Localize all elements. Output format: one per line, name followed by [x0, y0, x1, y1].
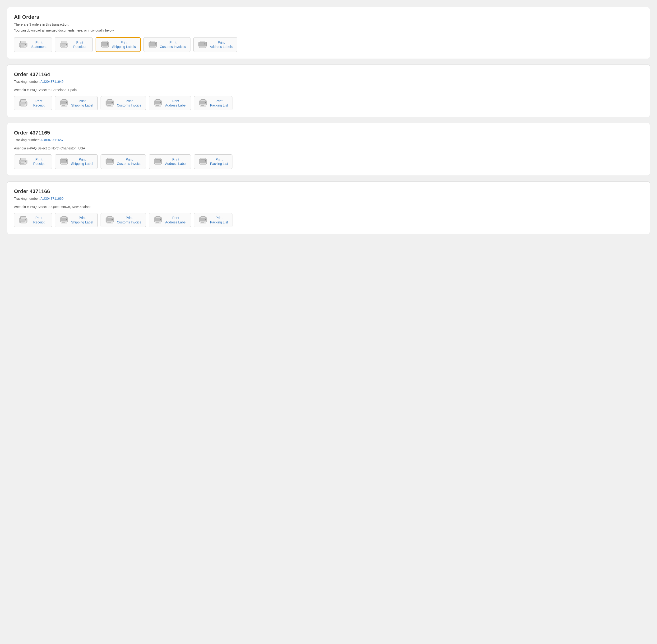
print-receipt-1-button[interactable]: PrintReceipt: [14, 96, 52, 110]
print-shipping-label-1-button[interactable]: PrintShipping Label: [55, 96, 98, 110]
printer-icon: [198, 40, 207, 49]
print-shipping-label-3-label: PrintShipping Label: [71, 215, 93, 224]
print-shipping-label-2-button[interactable]: PrintShipping Label: [55, 155, 98, 169]
orders-list: Order 4371164Tracking number: AU20437116…: [7, 65, 650, 234]
svg-rect-8: [61, 45, 67, 48]
svg-rect-109: [155, 221, 161, 223]
svg-rect-9: [66, 44, 67, 45]
all-orders-section: All Orders There are 3 orders in this tr…: [7, 7, 650, 59]
print-customs-invoice-1-button[interactable]: PrintCustoms Invoice: [100, 96, 146, 110]
print-address-labels-button[interactable]: PrintAddress Labels: [193, 37, 237, 52]
printer-icon: [59, 157, 69, 166]
print-packing-list-3-label: PrintPacking List: [210, 215, 228, 224]
all-orders-desc2: You can download all merged documents he…: [14, 28, 643, 33]
svg-point-27: [205, 43, 206, 45]
print-shipping-label-3-button[interactable]: PrintShipping Label: [55, 213, 98, 227]
svg-rect-31: [20, 100, 26, 102]
printer-icon: [105, 215, 115, 225]
print-customs-invoice-3-button[interactable]: PrintCustoms Invoice: [100, 213, 146, 227]
print-address-labels-label: PrintAddress Labels: [210, 40, 233, 49]
svg-rect-80: [156, 158, 160, 160]
svg-point-75: [112, 160, 113, 162]
print-address-label-1-label: PrintAddress Label: [165, 99, 186, 108]
svg-point-99: [66, 219, 67, 220]
order-4371166-tracking-number[interactable]: AU3043711660: [41, 197, 64, 201]
svg-rect-25: [200, 46, 206, 48]
print-packing-list-1-button[interactable]: PrintPacking List: [194, 96, 232, 110]
order-4371164-tracking-number[interactable]: AU2043711649: [41, 80, 64, 84]
printer-icon: [198, 215, 208, 225]
printer-icon: [198, 99, 208, 108]
print-customs-invoices-label: PrintCustoms Invoices: [160, 40, 186, 49]
svg-rect-19: [149, 46, 156, 48]
print-receipt-3-label: PrintReceipt: [30, 215, 47, 224]
print-receipt-3-button[interactable]: PrintReceipt: [14, 213, 52, 227]
printer-icon: [153, 215, 163, 225]
print-address-label-2-label: PrintAddress Label: [165, 157, 186, 166]
printer-icon: [59, 40, 69, 49]
svg-rect-49: [155, 105, 161, 106]
svg-rect-2: [20, 45, 26, 48]
print-customs-invoice-2-button[interactable]: PrintCustoms Invoice: [100, 155, 146, 169]
printer-icon: [59, 99, 69, 108]
svg-rect-26: [200, 41, 205, 43]
svg-rect-32: [20, 104, 26, 106]
svg-point-81: [160, 160, 161, 162]
print-receipt-2-label: PrintReceipt: [30, 157, 47, 166]
print-statement-label: PrintStatement: [30, 40, 47, 49]
svg-point-111: [160, 219, 161, 220]
printer-icon: [105, 157, 115, 166]
order-4371164-tracking-label: Tracking number:: [14, 80, 41, 84]
print-customs-invoices-button[interactable]: PrintCustoms Invoices: [143, 37, 190, 52]
svg-point-15: [107, 43, 108, 45]
svg-rect-115: [200, 221, 206, 223]
printer-icon: [153, 157, 163, 166]
svg-rect-73: [107, 163, 113, 165]
print-shipping-label-2-label: PrintShipping Label: [71, 157, 93, 166]
order-4371166-buttons: PrintReceipt PrintShipping Label PrintCu…: [14, 213, 643, 227]
svg-rect-43: [107, 105, 113, 106]
printer-icon: [19, 215, 28, 225]
svg-rect-33: [25, 102, 26, 103]
print-packing-list-2-button[interactable]: PrintPacking List: [194, 155, 232, 169]
printer-icon: [153, 99, 163, 108]
svg-rect-67: [61, 163, 67, 165]
svg-point-87: [205, 160, 206, 162]
print-packing-list-3-button[interactable]: PrintPacking List: [194, 213, 232, 227]
svg-rect-110: [156, 216, 160, 218]
all-orders-desc1: There are 3 orders in this transaction.: [14, 22, 643, 27]
order-4371164-card: Order 4371164Tracking number: AU20437116…: [7, 65, 650, 117]
print-receipts-button[interactable]: PrintReceipts: [55, 37, 93, 52]
printer-icon: [148, 40, 158, 49]
print-address-label-2-button[interactable]: PrintAddress Label: [149, 155, 191, 169]
order-4371166-title: Order 4371166: [14, 188, 643, 194]
order-4371165-tracking-number[interactable]: AU8043711657: [41, 138, 64, 142]
order-4371165-tracking: Tracking number: AU8043711657: [14, 138, 643, 142]
print-receipts-label: PrintReceipts: [71, 40, 88, 49]
print-shipping-labels-button[interactable]: PrintShipping Labels: [96, 37, 141, 52]
print-address-label-3-button[interactable]: PrintAddress Label: [149, 213, 191, 227]
printer-icon: [198, 157, 208, 166]
print-customs-invoice-1-label: PrintCustoms Invoice: [117, 99, 141, 108]
svg-rect-91: [20, 216, 26, 219]
svg-point-69: [66, 160, 67, 162]
svg-rect-61: [20, 158, 26, 160]
print-receipt-2-button[interactable]: PrintReceipt: [14, 155, 52, 169]
order-4371165-title: Order 4371165: [14, 130, 643, 136]
svg-rect-7: [61, 41, 67, 43]
printer-icon: [100, 40, 110, 49]
printer-icon: [19, 157, 28, 166]
print-statement-button[interactable]: PrintStatement: [14, 37, 52, 52]
svg-rect-68: [62, 158, 66, 160]
svg-rect-14: [103, 41, 108, 43]
svg-rect-50: [156, 100, 160, 101]
order-4371165-tracking-label: Tracking number:: [14, 138, 41, 142]
order-4371165-service-info: Asendia e-PAQ Select to North Charleston…: [14, 146, 643, 150]
print-address-label-1-button[interactable]: PrintAddress Label: [149, 96, 191, 110]
print-customs-invoice-2-label: PrintCustoms Invoice: [117, 157, 141, 166]
printer-icon: [105, 99, 115, 108]
svg-rect-103: [107, 221, 113, 223]
printer-icon: [19, 99, 28, 108]
order-4371166-card: Order 4371166Tracking number: AU30437116…: [7, 181, 650, 234]
svg-rect-44: [108, 100, 112, 101]
